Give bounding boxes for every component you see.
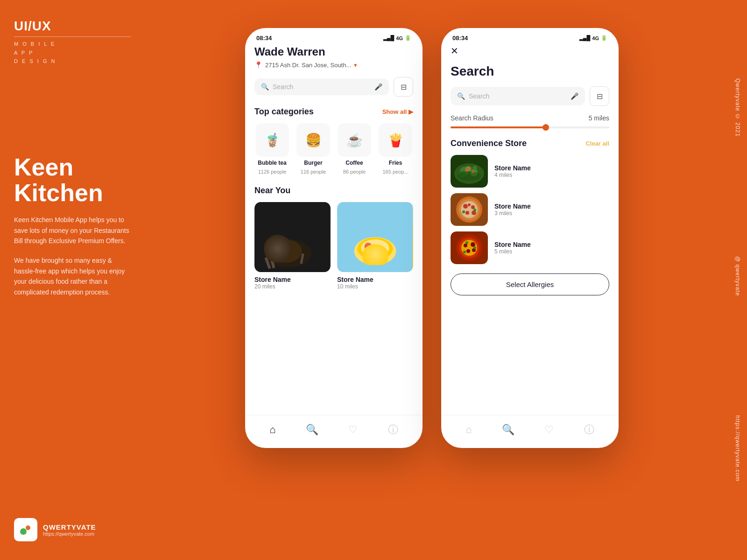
svg-point-1 xyxy=(20,528,27,535)
filter-button-2[interactable]: ⊟ xyxy=(590,86,609,106)
svg-point-13 xyxy=(361,239,389,256)
search-bar-1: 🔍 Search 🎤 ⊟ xyxy=(254,77,413,97)
nav-home-2[interactable]: ⌂ xyxy=(465,424,472,436)
near-store-2-name: Store Name xyxy=(337,276,413,283)
category-bubble-tea[interactable]: 🧋 Bubble tea 1126 people xyxy=(254,123,290,175)
store-3-name: Store Name xyxy=(494,241,531,248)
search-page-title: Search xyxy=(451,64,609,79)
svg-point-6 xyxy=(275,240,292,257)
search-icon-2: 🔍 xyxy=(457,92,465,100)
dropdown-arrow-icon[interactable]: ▾ xyxy=(354,62,357,69)
store-2-name: Store Name xyxy=(494,203,531,210)
instagram-text: @ qwertyvate xyxy=(734,256,741,296)
network-type-1: 4G xyxy=(396,35,403,41)
allergies-button[interactable]: Select Allergies xyxy=(451,273,609,295)
nav-info-1[interactable]: ⓘ xyxy=(388,423,398,437)
location-pin-icon: 📍 xyxy=(254,61,262,69)
near-store-1[interactable]: Store Name 20 miles xyxy=(254,202,331,290)
category-fries[interactable]: 🍟 Fries 165 peop... xyxy=(378,123,413,175)
category-burger[interactable]: 🍔 Burger 116 people xyxy=(296,123,331,175)
show-all-button[interactable]: Show all ▶ xyxy=(382,108,413,115)
bubble-tea-count: 1126 people xyxy=(258,169,287,175)
search-bar-2: 🔍 Search 🎤 ⊟ xyxy=(451,86,609,106)
close-button[interactable]: ✕ xyxy=(451,45,609,56)
svg-point-36 xyxy=(468,203,471,206)
svg-point-34 xyxy=(465,211,469,215)
search-input-2[interactable]: 🔍 Search 🎤 xyxy=(451,87,585,105)
status-time-2: 08:34 xyxy=(452,35,468,42)
store-img-3 xyxy=(451,231,488,264)
phone-1: 08:34 ▂▄█ 4G 🔋 Wade Warren 📍 2715 Ash Dr… xyxy=(245,28,423,448)
status-bar-1: 08:34 ▂▄█ 4G 🔋 xyxy=(245,28,423,45)
nav-search-1[interactable]: 🔍 xyxy=(306,424,318,436)
fries-icon: 🍟 xyxy=(379,123,412,157)
search-placeholder-1: Search xyxy=(273,83,293,91)
store-2-miles: 3 miles xyxy=(494,210,531,217)
filter-button-1[interactable]: ⊟ xyxy=(394,77,413,97)
svg-point-14 xyxy=(365,243,372,250)
bottom-brand: QWERTYVATE https://qwertyvate.com xyxy=(14,518,96,541)
store-item-2[interactable]: Store Name 3 miles xyxy=(451,193,609,226)
store-3-miles: 5 miles xyxy=(494,248,531,255)
conv-store-title: Convenience Store xyxy=(451,139,527,148)
slider-thumb[interactable] xyxy=(543,124,549,131)
phone-1-scroll[interactable]: Wade Warren 📍 2715 Ash Dr. San Jose, Sou… xyxy=(245,45,423,415)
categories-list: 🧋 Bubble tea 1126 people 🍔 Burger 116 pe… xyxy=(254,123,413,175)
phone-2-scroll[interactable]: ✕ Search 🔍 Search 🎤 ⊟ Search Radius 5 mi… xyxy=(441,45,619,415)
svg-point-23 xyxy=(472,166,477,170)
store-item-1[interactable]: Store Name 4 miles xyxy=(451,155,609,188)
logo-text: UI/UX xyxy=(14,19,131,37)
app-desc-1: Keen Kitchen Mobile App helps you to sav… xyxy=(14,215,131,246)
status-icons-2: ▂▄█ 4G 🔋 xyxy=(579,35,607,41)
svg-point-45 xyxy=(466,249,470,253)
near-you-title: Near You xyxy=(254,186,290,196)
store-img-1 xyxy=(451,155,488,188)
svg-point-49 xyxy=(463,251,466,253)
mic-icon-2[interactable]: 🎤 xyxy=(571,92,578,100)
status-time-1: 08:34 xyxy=(256,35,272,42)
nav-search-2[interactable]: 🔍 xyxy=(502,424,514,436)
svg-point-16 xyxy=(371,250,375,255)
search-input-1[interactable]: 🔍 Search 🎤 xyxy=(254,78,389,95)
coffee-icon: ☕ xyxy=(338,123,371,157)
clear-all-button[interactable]: Clear all xyxy=(585,140,609,147)
brand-logo: UI/UX M O B I L E A P P D E S I G N xyxy=(14,19,131,66)
nav-info-2[interactable]: ⓘ xyxy=(584,423,594,437)
store-info-2: Store Name 3 miles xyxy=(494,203,531,217)
copyright-text: Qwertyvate © 2021 xyxy=(734,78,741,137)
search-icon-1: 🔍 xyxy=(261,83,269,91)
coffee-count: 86 people xyxy=(343,169,366,175)
nav-home-1[interactable]: ⌂ xyxy=(269,424,275,436)
svg-point-32 xyxy=(463,204,468,209)
user-address: 📍 2715 Ash Dr. San Jose, South... ▾ xyxy=(254,61,413,69)
phone-2: 08:34 ▂▄█ 4G 🔋 ✕ Search 🔍 Search 🎤 ⊟ xyxy=(441,28,619,448)
svg-point-44 xyxy=(471,242,475,247)
bottom-brand-info: QWERTYVATE https://qwertyvate.com xyxy=(43,523,96,537)
radius-row: Search Radius 5 miles xyxy=(451,114,609,122)
category-coffee[interactable]: ☕ Coffee 86 people xyxy=(337,123,372,175)
svg-point-43 xyxy=(464,244,467,247)
near-you-grid: Store Name 20 miles xyxy=(254,202,413,290)
near-store-1-name: Store Name xyxy=(254,276,331,283)
store-item-3[interactable]: Store Name 5 miles xyxy=(451,231,609,264)
svg-point-27 xyxy=(469,167,472,169)
svg-point-26 xyxy=(472,170,474,173)
website-text: https://qwertyvate.com xyxy=(734,415,741,482)
nav-heart-2[interactable]: ♡ xyxy=(544,424,554,436)
left-panel: UI/UX M O B I L E A P P D E S I G N Keen… xyxy=(0,0,145,560)
svg-point-15 xyxy=(377,246,383,252)
svg-point-5 xyxy=(269,239,302,263)
mic-icon-1[interactable]: 🎤 xyxy=(374,83,382,91)
near-you-header: Near You xyxy=(254,186,413,196)
radius-slider[interactable] xyxy=(451,126,609,128)
nav-heart-1[interactable]: ♡ xyxy=(348,424,358,436)
app-desc-2: We have brought so many easy & hassle-fr… xyxy=(14,255,131,297)
fries-name: Fries xyxy=(389,160,402,166)
bottom-nav-1: ⌂ 🔍 ♡ ⓘ xyxy=(245,415,423,448)
status-bar-2: 08:34 ▂▄█ 4G 🔋 xyxy=(441,28,619,45)
store-info-1: Store Name 4 miles xyxy=(494,164,531,178)
categories-header: Top categories Show all ▶ xyxy=(254,107,413,117)
brand-icon xyxy=(14,518,37,541)
right-side-labels: Qwertyvate © 2021 @ qwertyvate https://q… xyxy=(728,0,747,560)
near-store-2[interactable]: Store Name 10 miles xyxy=(337,202,413,290)
